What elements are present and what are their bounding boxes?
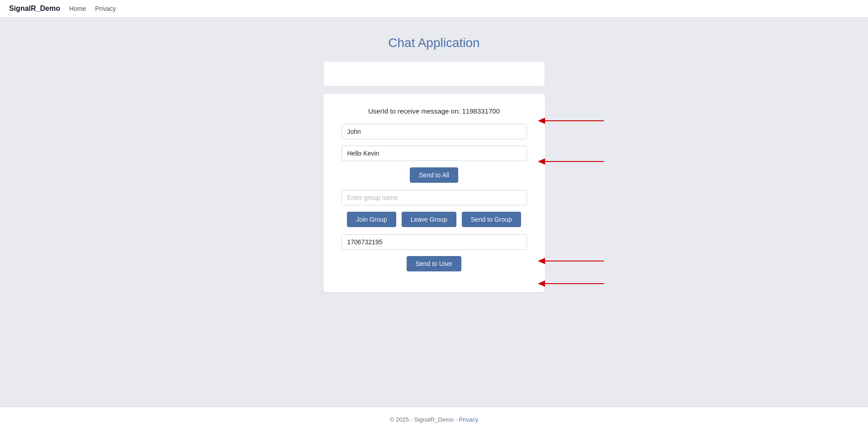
- navbar-link-home[interactable]: Home: [69, 5, 86, 12]
- send-to-all-row: Send to All: [342, 167, 527, 183]
- leave-group-button[interactable]: Leave Group: [402, 212, 456, 227]
- navbar-brand[interactable]: SignalR_Demo: [9, 5, 60, 13]
- page-wrapper: Chat Application UserId to receive messa…: [9, 36, 859, 292]
- user-id-label: UserId to receive message on: 1198331700: [368, 107, 500, 115]
- message-display: [323, 61, 545, 86]
- send-to-group-button[interactable]: Send to Group: [462, 212, 521, 227]
- navbar-link-privacy[interactable]: Privacy: [95, 5, 116, 12]
- join-group-button[interactable]: Join Group: [347, 212, 396, 227]
- username-input[interactable]: [342, 124, 527, 139]
- user-id-info: UserId to receive message on: 1198331700: [342, 107, 527, 115]
- footer: © 2025 - SignalR_Demo - Privacy: [0, 407, 868, 432]
- user-id-input[interactable]: [342, 234, 527, 250]
- footer-privacy-link[interactable]: Privacy: [459, 416, 479, 423]
- card-wrapper: UserId to receive message on: 1198331700…: [323, 94, 545, 292]
- main-content: Chat Application UserId to receive messa…: [0, 18, 868, 407]
- message-input[interactable]: [342, 146, 527, 161]
- send-to-user-button[interactable]: Send to User: [407, 256, 462, 271]
- footer-text: © 2025 - SignalR_Demo -: [390, 416, 459, 423]
- chat-card: UserId to receive message on: 1198331700…: [323, 94, 545, 292]
- send-to-all-button[interactable]: Send to All: [410, 167, 458, 183]
- group-buttons-row: Join Group Leave Group Send to Group: [342, 212, 527, 227]
- navbar: SignalR_Demo Home Privacy: [0, 0, 868, 18]
- group-name-input[interactable]: [342, 190, 527, 205]
- send-to-user-row: Send to User: [342, 256, 527, 271]
- page-title: Chat Application: [388, 36, 479, 50]
